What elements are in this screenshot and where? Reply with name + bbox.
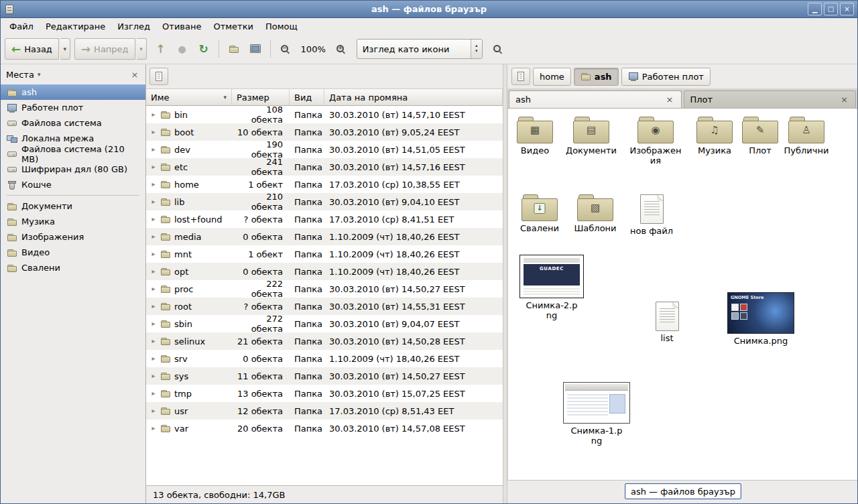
table-row[interactable]: home 1 обект Папка 17.03.2010 (ср) 10,38… [146,176,503,193]
home-button[interactable] [224,39,244,59]
table-row[interactable]: opt 0 обекта Папка 1.10.2009 (чт) 18,40,… [146,263,503,280]
icon-item-pictures[interactable]: ◉ Изображения [629,117,682,166]
up-button[interactable]: ↑ [151,39,171,59]
table-row[interactable]: selinux 21 обекта Папка 30.03.2010 (вт) … [146,332,503,350]
icon-item-new-file[interactable]: нов файл [625,194,678,237]
sidebar-item[interactable]: Изображения [1,229,145,245]
column-header-type[interactable]: Вид [290,89,324,105]
location-toggle-button[interactable] [149,68,168,85]
table-row[interactable]: etc 241 обекта Папка 30.03.2010 (вт) 14,… [146,158,503,176]
minimize-button[interactable]: ▁ [808,3,822,15]
menu-item[interactable]: Отиване [156,19,207,34]
table-row[interactable]: bin 108 обекта Папка 30.03.2010 (вт) 14,… [146,106,503,123]
tab-ash[interactable]: ash × [509,90,682,108]
expander-icon[interactable] [150,390,157,397]
table-row[interactable]: mnt 1 обект Папка 1.10.2009 (чт) 18,40,2… [146,245,503,263]
expander-icon[interactable] [150,111,157,118]
expander-icon[interactable] [150,268,157,275]
sidebar-item[interactable]: Шифриран дял (80 GB) [1,162,145,177]
view-mode-select[interactable]: Изглед като икони ▴▾ [357,39,483,59]
expander-icon[interactable] [150,373,157,379]
icon-item-downloads[interactable]: ↓ Свалени [513,194,566,234]
stop-button[interactable]: ● [172,39,192,59]
table-row[interactable]: sys 11 обекта Папка 30.03.2010 (вт) 14,5… [146,367,503,385]
titlebar[interactable]: ash — файлов браузър ▁ □ × [1,1,857,18]
sidebar-close-button[interactable]: × [129,70,140,80]
menu-item[interactable]: Помощ [259,19,304,34]
expander-icon[interactable] [150,146,157,153]
sidebar-title[interactable]: Места [6,70,34,80]
sidebar-item[interactable]: Кошче [1,177,145,192]
path-button-home[interactable]: home [533,68,571,86]
table-row[interactable]: lib 210 обекта Папка 30.03.2010 (вт) 9,0… [146,193,503,210]
table-row[interactable]: tmp 13 обекта Папка 30.03.2010 (вт) 15,0… [146,385,503,402]
menu-item[interactable]: Отметки [207,19,259,34]
zoom-out-button[interactable]: − [275,39,296,59]
expander-icon[interactable] [150,198,157,205]
expander-icon[interactable] [150,355,157,362]
tab-plot[interactable]: Плот × [684,90,857,108]
reload-button[interactable]: ↻ [194,39,214,59]
spinner-icon[interactable]: ▴▾ [471,40,482,58]
expander-icon[interactable] [150,303,157,310]
expander-icon[interactable] [150,425,157,432]
table-row[interactable]: media 0 обекта Папка 1.10.2009 (чт) 18,4… [146,228,503,245]
expander-icon[interactable] [150,251,157,257]
expander-icon[interactable] [150,129,157,135]
table-row[interactable]: root ? обекта Папка 30.03.2010 (вт) 14,5… [146,298,503,315]
sidebar-item[interactable]: Музика [1,214,145,229]
table-row[interactable]: boot 10 обекта Папка 30.03.2010 (вт) 9,0… [146,123,503,141]
sidebar-item[interactable]: Файлова система (210 MB) [1,146,145,162]
icon-item-snimka[interactable]: GNOME Store Снимка.png [724,292,798,346]
menu-item[interactable]: Редактиране [40,19,111,34]
expander-icon[interactable] [150,320,157,327]
forward-button[interactable]: → Напред [74,38,135,60]
tab-close-icon[interactable]: × [839,94,849,105]
column-header-name[interactable]: Име ▾ [146,89,232,105]
expander-icon[interactable] [150,233,157,240]
maximize-button[interactable]: □ [824,3,838,15]
expander-icon[interactable] [150,216,157,223]
table-row[interactable]: usr 12 обекта Папка 17.03.2010 (ср) 8,51… [146,402,503,420]
path-button-ash[interactable]: ash [574,68,619,86]
icon-view[interactable]: ▦ Видео ▤ Документи ◉ Изображения ♫ Музи… [507,109,857,480]
path-button-desktop[interactable]: Работен плот [621,68,711,86]
table-row[interactable]: sbin 272 обекта Папка 30.03.2010 (вт) 9,… [146,315,503,332]
expander-icon[interactable] [150,286,157,292]
expander-icon[interactable] [150,181,157,188]
sidebar-item[interactable]: Видео [1,245,145,260]
zoom-in-button[interactable]: + [331,39,351,59]
icon-item-documents[interactable]: ▤ Документи [564,117,618,156]
menu-item[interactable]: Изглед [111,19,156,34]
forward-dropdown-button[interactable]: ▾ [137,38,147,60]
sidebar-item[interactable]: Документи [1,198,145,214]
icon-item-list[interactable]: list [640,302,694,344]
close-button[interactable]: × [840,3,854,15]
column-header-date[interactable]: Дата на промяна [324,89,503,105]
table-row[interactable]: var 20 обекта Папка 30.03.2010 (вт) 14,5… [146,420,503,437]
icon-item-public[interactable]: ♙ Публични [780,117,833,156]
icon-item-desktop[interactable]: ✎ Плот [733,117,787,156]
table-row[interactable]: proc 222 обекта Папка 30.03.2010 (вт) 14… [146,280,503,298]
sidebar-item[interactable]: Файлова система [1,115,145,131]
pane-splitter[interactable] [503,64,507,503]
back-button[interactable]: ← Назад [5,38,59,60]
icon-item-snimka2[interactable]: GUADEC Снимка-2.png [518,255,585,321]
taskbar-window-button[interactable]: ash — файлов браузър [625,483,741,499]
expander-icon[interactable] [150,407,157,414]
expander-icon[interactable] [150,338,157,344]
table-row[interactable]: srv 0 обекта Папка 1.10.2009 (чт) 18,40,… [146,350,503,367]
computer-button[interactable] [245,39,265,59]
expander-icon[interactable] [150,164,157,170]
sidebar-item[interactable]: Работен плот [1,100,145,115]
icon-item-video[interactable]: ▦ Видео [508,117,562,156]
location-toggle-button[interactable] [511,68,530,85]
column-header-size[interactable]: Размер [232,89,290,105]
table-row[interactable]: lost+found ? обекта Папка 17.03.2010 (ср… [146,210,503,228]
sidebar-item[interactable]: ash [1,84,145,100]
back-dropdown-button[interactable]: ▾ [60,38,70,60]
sidebar-item[interactable]: Свалени [1,260,145,275]
search-button[interactable] [488,39,508,59]
icon-item-snimka1[interactable]: Снимка-1.png [560,382,633,446]
table-row[interactable]: dev 190 обекта Папка 30.03.2010 (вт) 14,… [146,141,503,158]
